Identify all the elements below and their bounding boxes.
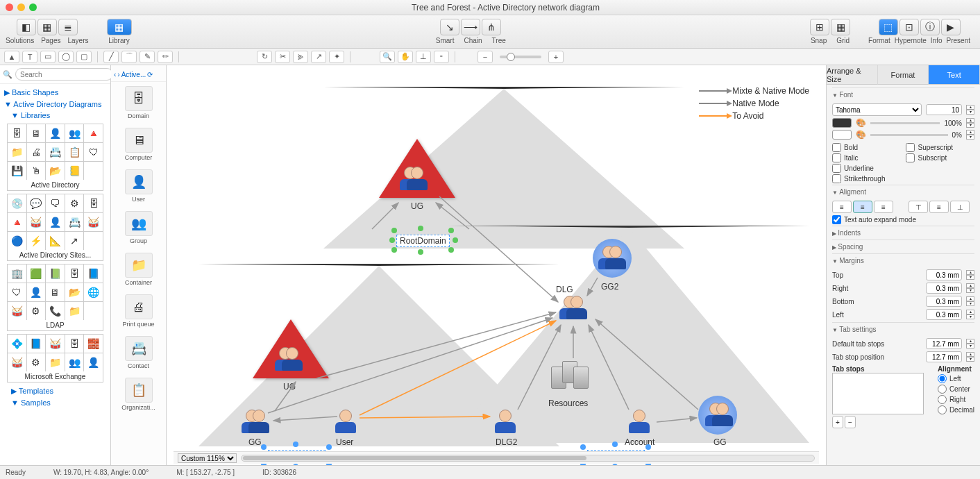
shape-user[interactable]: 👤User: [111, 165, 166, 207]
auto-expand-check[interactable]: [832, 215, 841, 224]
align-center[interactable]: ≡: [853, 201, 872, 213]
add-tab[interactable]: +: [832, 416, 843, 428]
minimize-window[interactable]: [17, 3, 25, 11]
margin-left[interactable]: [926, 309, 962, 320]
zoom-in[interactable]: +: [548, 51, 564, 63]
valign-top[interactable]: ⊤: [909, 201, 928, 213]
tab-section[interactable]: Tab settings: [832, 322, 974, 336]
remove-tab[interactable]: −: [845, 416, 856, 428]
sub-check[interactable]: [906, 153, 915, 162]
zoom-tool[interactable]: 🔍: [380, 51, 395, 63]
tab-pos[interactable]: [926, 351, 962, 362]
library-button[interactable]: ▦: [107, 19, 132, 35]
alignment-section[interactable]: Aligment: [832, 185, 974, 199]
bold-check[interactable]: [832, 143, 841, 152]
shape-container[interactable]: 📁Container: [111, 249, 166, 290]
library-ldap[interactable]: 🏢🟩📗🗄📘 🛡👤🖥📂🌐 🥁⚙📞📁 LDAP: [7, 264, 103, 331]
dlg-node[interactable]: [558, 296, 586, 319]
pages-button[interactable]: ▦: [37, 19, 57, 35]
align-left[interactable]: ≡: [832, 201, 852, 213]
shape-breadcrumb[interactable]: ‹›Active...⟳: [111, 68, 166, 82]
pen-tool[interactable]: ✎: [140, 51, 155, 63]
tab-arrange[interactable]: Arrange & Size: [827, 65, 878, 85]
tab-stops-list[interactable]: [832, 373, 924, 414]
margin-bottom[interactable]: [926, 296, 962, 307]
margin-right[interactable]: [926, 283, 962, 294]
format-button[interactable]: ⬚: [879, 19, 898, 35]
tab-align-left[interactable]: [938, 374, 947, 383]
tree-templates[interactable]: ▶ Templates: [4, 385, 106, 397]
layers-button[interactable]: ≣: [58, 19, 78, 35]
align-tool[interactable]: ⫸: [293, 51, 308, 63]
font-section[interactable]: Font: [832, 87, 974, 101]
tree-samples[interactable]: ▼ Samples: [4, 397, 106, 408]
grid-button[interactable]: ▦: [831, 19, 850, 35]
default-tab[interactable]: [926, 338, 962, 349]
tab-align-decimal[interactable]: [938, 405, 947, 414]
magic-tool[interactable]: ✦: [329, 51, 344, 63]
resources-node[interactable]: [551, 361, 589, 393]
italic-check[interactable]: [832, 153, 841, 162]
shape-contact[interactable]: 📇Contact: [111, 332, 166, 373]
text-tool[interactable]: T: [22, 51, 37, 63]
pan-tool[interactable]: ✋: [398, 51, 413, 63]
connector-tool[interactable]: ↗: [311, 51, 326, 63]
rootdomain-label[interactable]: RootDomain: [396, 235, 450, 247]
tab-text[interactable]: Text: [929, 65, 980, 85]
library-active-directory[interactable]: 🗄🖥👤👥🔺 📁🖨📇📋🛡 💾🖱📂📒 Active Directory: [7, 124, 103, 191]
margins-section[interactable]: Margins: [832, 253, 974, 267]
gg-node[interactable]: [240, 410, 268, 433]
text-color[interactable]: [832, 118, 852, 128]
present-button[interactable]: ▶: [941, 19, 961, 35]
close-window[interactable]: [6, 3, 13, 11]
zoom-out[interactable]: −: [478, 51, 493, 63]
canvas-area[interactable]: Mixte & Native Mode Native Mode To Avoid…: [167, 65, 826, 465]
roundrect-tool[interactable]: ▢: [76, 51, 92, 63]
font-family-select[interactable]: Tahoma: [832, 103, 922, 116]
pointer-tool[interactable]: ▲: [4, 51, 19, 63]
spacing-section[interactable]: Spacing: [832, 239, 974, 253]
account-node[interactable]: [627, 410, 655, 433]
search-input[interactable]: [15, 68, 113, 81]
user-node[interactable]: [334, 410, 362, 433]
crop-tool[interactable]: ✂: [275, 51, 290, 63]
line-tool[interactable]: ╱: [103, 51, 119, 63]
chain-button[interactable]: ⟶: [461, 19, 480, 35]
smart-button[interactable]: ↘: [440, 19, 459, 35]
ellipse-tool[interactable]: ◯: [58, 51, 74, 63]
shape-group[interactable]: 👥Group: [111, 207, 166, 249]
zoom-select[interactable]: Custom 115%: [178, 453, 237, 463]
valign-middle[interactable]: ≡: [929, 201, 949, 213]
shape-org-unit[interactable]: 📋Organizati...: [111, 373, 166, 415]
tree-button[interactable]: ⋔: [482, 19, 501, 35]
library-ad-sites[interactable]: 💿💬🗨⚙🗄 🔺🥁👤📇🥁 🔵⚡📐↗ Active Directory Sites.…: [7, 194, 103, 261]
valign-bottom[interactable]: ⊥: [950, 201, 970, 213]
shape-domain[interactable]: 🗄Domain: [111, 82, 166, 124]
tab-align-center[interactable]: [938, 385, 947, 394]
bg-color[interactable]: [832, 130, 852, 140]
indents-section[interactable]: Indents: [832, 226, 974, 239]
tree-basic-shapes[interactable]: ▶ Basic Shapes: [4, 87, 106, 99]
zoom-window[interactable]: [29, 3, 37, 11]
font-size-input[interactable]: [926, 104, 962, 115]
align-right[interactable]: ≡: [874, 201, 893, 213]
tree-libraries[interactable]: ▼ Libraries: [4, 110, 106, 121]
super-check[interactable]: [906, 143, 915, 152]
eyedropper-tool[interactable]: ⁃: [434, 51, 449, 63]
dlg2-node[interactable]: [493, 410, 521, 433]
rect-tool[interactable]: ▭: [40, 51, 56, 63]
margin-top[interactable]: [926, 269, 962, 280]
info-button[interactable]: ⓘ: [920, 19, 940, 35]
library-exchange[interactable]: 💠📘🥁🗄🧱 🥁⚙📁👥👤 Microsoft Exchange: [7, 334, 103, 383]
tree-ad-diagrams[interactable]: ▼ Active Directory Diagrams: [4, 99, 106, 110]
tab-align-right[interactable]: [938, 395, 947, 404]
zoom-slider[interactable]: [500, 56, 541, 58]
pencil-tool[interactable]: ✏: [158, 51, 173, 63]
tab-format[interactable]: Format: [878, 65, 929, 85]
horizontal-scrollbar[interactable]: [241, 455, 815, 462]
underline-check[interactable]: [832, 164, 841, 173]
strike-check[interactable]: [832, 174, 841, 183]
lock-tool[interactable]: ⊥: [416, 51, 431, 63]
solutions-button[interactable]: ◧: [17, 19, 36, 35]
shape-computer[interactable]: 🖥Computer: [111, 124, 166, 165]
